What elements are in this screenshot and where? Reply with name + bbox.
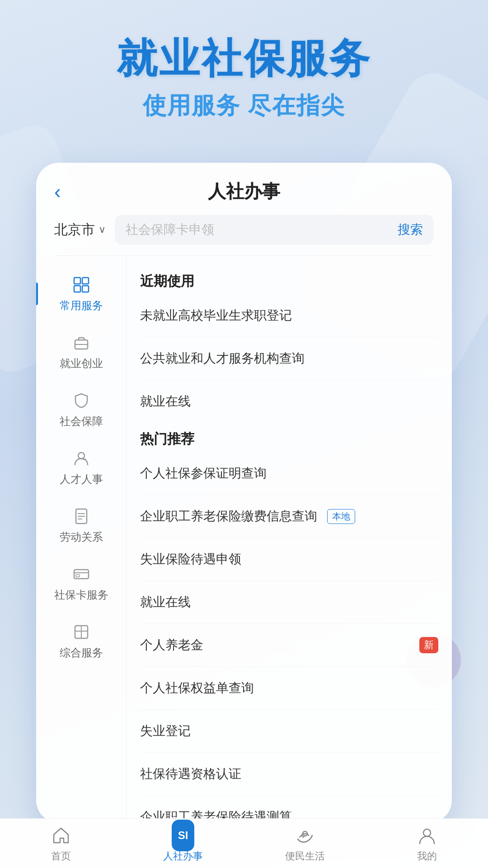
nav-item-mine[interactable]: 我的 xyxy=(395,824,459,863)
nav-label-mine: 我的 xyxy=(417,849,437,863)
nav-item-life[interactable]: 便民生活 xyxy=(273,824,337,863)
svg-rect-3 xyxy=(82,286,89,292)
badge-local: 本地 xyxy=(327,509,355,524)
sidebar-item-social[interactable]: 社会保障 xyxy=(36,381,126,439)
phone-card: ‹ 人社办事 北京市 ∨ 社会保障卡申领 搜索 xyxy=(36,163,452,823)
menu-item[interactable]: 失业保险待遇申领 xyxy=(140,538,438,581)
card-title: 人社办事 xyxy=(208,179,280,204)
home-icon xyxy=(50,824,72,847)
sidebar-item-card[interactable]: 社保卡服务 xyxy=(36,554,126,612)
document-icon xyxy=(71,506,91,526)
section-recent-title: 近期使用 xyxy=(140,265,438,294)
menu-item[interactable]: 就业在线 xyxy=(140,581,438,624)
section-popular-title: 热门推荐 xyxy=(140,423,438,452)
menu-item[interactable]: 就业在线 xyxy=(140,380,438,423)
sidebar-item-common-label: 常用服务 xyxy=(60,298,103,313)
back-button[interactable]: ‹ xyxy=(54,180,61,203)
menu-item-text: 个人社保参保证明查询 xyxy=(140,465,267,482)
city-label: 北京市 xyxy=(54,221,95,239)
recent-items-list: 未就业高校毕业生求职登记公共就业和人才服务机构查询就业在线 xyxy=(140,294,438,423)
sidebar-item-employment[interactable]: 就业创业 xyxy=(36,323,126,381)
svg-rect-12 xyxy=(74,570,89,579)
menu-item[interactable]: 个人社保参保证明查询 xyxy=(140,452,438,495)
sidebar-item-labor-label: 劳动关系 xyxy=(60,530,103,544)
main-content: 常用服务 就业创业 xyxy=(36,256,452,823)
box-icon xyxy=(71,622,91,642)
menu-item[interactable]: 社保待遇资格认证 xyxy=(140,753,438,796)
sidebar-item-employment-label: 就业创业 xyxy=(60,356,103,371)
svg-rect-14 xyxy=(76,575,80,577)
menu-item[interactable]: 个人养老金新 xyxy=(140,624,438,667)
menu-item[interactable]: 未就业高校毕业生求职登记 xyxy=(140,294,438,337)
sidebar-item-general-label: 综合服务 xyxy=(60,646,103,660)
search-button[interactable]: 搜索 xyxy=(398,221,423,238)
popular-items-list: 个人社保参保证明查询企业职工养老保险缴费信息查询本地失业保险待遇申领就业在线个人… xyxy=(140,452,438,823)
menu-item-text: 失业保险待遇申领 xyxy=(140,551,241,568)
content-area: 近期使用 未就业高校毕业生求职登记公共就业和人才服务机构查询就业在线 热门推荐 … xyxy=(127,256,452,823)
sidebar-item-labor[interactable]: 劳动关系 xyxy=(36,496,126,554)
search-row: 北京市 ∨ 社会保障卡申领 搜索 xyxy=(36,215,452,255)
menu-item-text: 社保待遇资格认证 xyxy=(140,765,241,783)
menu-item[interactable]: 公共就业和人才服务机构查询 xyxy=(140,337,438,380)
sidebar-item-social-label: 社会保障 xyxy=(60,414,103,429)
svg-rect-2 xyxy=(74,286,80,292)
badge-new: 新 xyxy=(419,637,438,653)
main-title: 就业社保服务 xyxy=(27,36,461,81)
menu-item[interactable]: 失业登记 xyxy=(140,710,438,753)
sidebar-item-talent[interactable]: 人才人事 xyxy=(36,439,126,496)
handshake-icon xyxy=(294,824,316,847)
person-icon xyxy=(71,448,91,468)
user-icon xyxy=(416,824,438,847)
bottom-nav: 首页 SI 人社办事 便民生活 我的 xyxy=(0,818,488,868)
search-placeholder: 社会保障卡申领 xyxy=(126,221,398,238)
card-header: ‹ 人社办事 xyxy=(36,163,452,215)
sidebar-item-common[interactable]: 常用服务 xyxy=(36,265,126,323)
city-selector[interactable]: 北京市 ∨ xyxy=(54,221,106,239)
menu-item-text: 公共就业和人才服务机构查询 xyxy=(140,350,305,367)
shield-icon xyxy=(71,391,91,410)
svg-point-19 xyxy=(423,829,431,836)
menu-item-text: 就业在线 xyxy=(140,594,191,611)
chevron-down-icon: ∨ xyxy=(99,224,106,236)
nav-label-life: 便民生活 xyxy=(285,849,325,863)
menu-item-text: 未就业高校毕业生求职登记 xyxy=(140,307,292,324)
menu-item-text: 个人社保权益单查询 xyxy=(140,679,254,697)
menu-item-text: 个人养老金 xyxy=(140,637,203,654)
menu-item[interactable]: 个人社保权益单查询 xyxy=(140,667,438,710)
nav-label-service: 人社办事 xyxy=(163,849,203,863)
sidebar-item-talent-label: 人才人事 xyxy=(60,472,103,486)
sidebar-item-card-label: 社保卡服务 xyxy=(54,588,108,602)
sidebar: 常用服务 就业创业 xyxy=(36,256,127,823)
search-box[interactable]: 社会保障卡申领 搜索 xyxy=(115,215,434,245)
nav-item-home[interactable]: 首页 xyxy=(29,824,93,863)
nav-item-service[interactable]: SI 人社办事 xyxy=(151,824,215,863)
svg-rect-1 xyxy=(82,278,89,284)
menu-item-text: 就业在线 xyxy=(140,393,191,410)
grid-icon xyxy=(71,275,91,295)
menu-item[interactable]: 企业职工养老保险缴费信息查询本地 xyxy=(140,495,438,538)
menu-item-text: 企业职工养老保险缴费信息查询 xyxy=(140,508,317,525)
sidebar-item-general[interactable]: 综合服务 xyxy=(36,612,126,670)
nav-label-home: 首页 xyxy=(51,849,71,863)
si-badge-icon: SI xyxy=(172,824,194,847)
card-icon xyxy=(71,564,91,584)
svg-rect-0 xyxy=(74,278,80,284)
briefcase-icon xyxy=(71,333,91,353)
menu-item-text: 失业登记 xyxy=(140,722,191,740)
